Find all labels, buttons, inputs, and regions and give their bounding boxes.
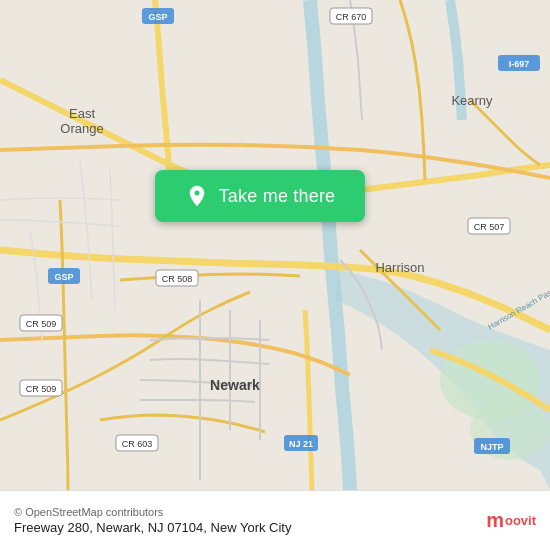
svg-text:CR 603: CR 603	[122, 439, 153, 449]
svg-text:CR 507: CR 507	[474, 222, 505, 232]
map-svg: GSP GSP CR 670 I-697 CR 507 CR 509 CR 50…	[0, 0, 550, 490]
svg-text:GSP: GSP	[54, 272, 73, 282]
address-text: Freeway 280, Newark, NJ 07104, New York …	[14, 520, 291, 535]
svg-text:Harrison: Harrison	[375, 260, 424, 275]
svg-text:CR 509: CR 509	[26, 319, 57, 329]
svg-point-32	[194, 191, 199, 196]
svg-rect-0	[0, 0, 550, 490]
svg-text:NJTP: NJTP	[480, 442, 503, 452]
location-pin-icon	[185, 184, 209, 208]
svg-text:Kearny: Kearny	[451, 93, 493, 108]
svg-text:CR 509: CR 509	[26, 384, 57, 394]
copyright-text: © OpenStreetMap contributors	[14, 506, 291, 518]
bottom-bar: © OpenStreetMap contributors Freeway 280…	[0, 490, 550, 550]
moovit-logo-text: oovit	[505, 513, 536, 528]
svg-text:CR 670: CR 670	[336, 12, 367, 22]
svg-text:CR 508: CR 508	[162, 274, 193, 284]
moovit-logo-icon: m	[486, 509, 503, 532]
svg-text:East: East	[69, 106, 95, 121]
svg-text:Newark: Newark	[210, 377, 260, 393]
map-container: GSP GSP CR 670 I-697 CR 507 CR 509 CR 50…	[0, 0, 550, 490]
svg-text:NJ 21: NJ 21	[289, 439, 313, 449]
svg-text:Orange: Orange	[60, 121, 103, 136]
take-me-there-label: Take me there	[219, 186, 336, 207]
svg-text:I-697: I-697	[509, 59, 530, 69]
svg-text:GSP: GSP	[148, 12, 167, 22]
take-me-there-button[interactable]: Take me there	[155, 170, 365, 222]
moovit-logo: m oovit	[486, 509, 536, 532]
